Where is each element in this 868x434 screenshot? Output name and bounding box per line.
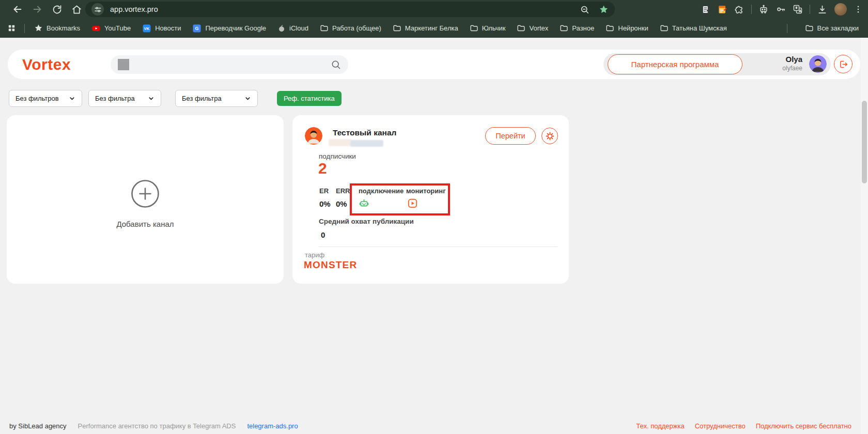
zoom-icon[interactable] <box>580 5 590 14</box>
go-to-channel-button[interactable]: Перейти <box>485 127 536 145</box>
password-manager-icon[interactable] <box>776 4 786 14</box>
footer-description: Performance агентство по трафику в Teleg… <box>78 422 236 430</box>
bookmarks-bar: Bookmarks YouTube VK Новости G Переводчи… <box>0 19 868 38</box>
footer-support-link[interactable]: Тех. поддержка <box>636 422 684 430</box>
browser-menu-icon[interactable] <box>854 5 863 14</box>
chevron-down-icon <box>69 95 75 102</box>
divider <box>319 246 557 247</box>
redacted-search-text <box>118 59 129 70</box>
browser-profile-avatar[interactable] <box>834 3 847 16</box>
bookmark-folder[interactable]: Разное <box>560 24 594 33</box>
user-avatar[interactable] <box>809 55 827 73</box>
chevron-down-icon <box>148 95 154 102</box>
bookmark-label: Переводчик Google <box>205 24 266 32</box>
bookmark-label: Маркетинг Белка <box>405 24 458 32</box>
search-input[interactable] <box>111 55 348 74</box>
bookmark-folder[interactable]: Татьяна Шумская <box>660 24 727 33</box>
folder-icon <box>560 24 568 33</box>
footer-cooperation-link[interactable]: Сотрудничество <box>695 422 746 430</box>
footer-connect-link[interactable]: Подключить сервис бесплатно <box>756 422 851 430</box>
bookmark-folder[interactable]: Юльчик <box>470 24 506 33</box>
youtube-icon <box>91 24 101 33</box>
bookmark-item[interactable]: VK Новости <box>142 24 181 33</box>
bookmark-folder[interactable]: Работа (общее) <box>320 24 381 33</box>
apple-icon <box>277 24 286 33</box>
translate-extension-icon[interactable] <box>793 4 803 14</box>
channel-title: Тестовый канал <box>333 128 396 137</box>
bookmark-label: Разное <box>572 24 594 32</box>
tasks-extension-icon[interactable] <box>718 5 727 14</box>
folder-icon <box>805 24 814 33</box>
reload-icon[interactable] <box>51 3 63 16</box>
add-channel-card[interactable]: Добавить канал <box>7 115 284 284</box>
extensions-icon[interactable] <box>734 4 745 14</box>
bookmark-item[interactable]: Bookmarks <box>34 24 80 33</box>
address-bar[interactable]: app.vortex.pro <box>85 2 615 17</box>
subscribers-label: подписчики <box>319 152 356 160</box>
filter-select-2[interactable]: Без фильтра <box>88 90 161 107</box>
bookmark-folder[interactable]: Маркетинг Белка <box>393 24 458 33</box>
ref-stats-button[interactable]: Реф. статистика <box>277 91 342 106</box>
bookmark-item[interactable]: G Переводчик Google <box>192 24 266 33</box>
page-footer: by SibLead agency Performance агентство … <box>0 418 868 434</box>
channel-avatar <box>305 127 322 145</box>
bookmark-item[interactable]: iCloud <box>277 24 308 33</box>
scrollbar-track[interactable] <box>861 38 868 434</box>
user-info: Olya olyfaee <box>751 54 802 74</box>
channel-card: Тестовый канал Перейти подписчики 2 ER E… <box>292 115 569 284</box>
tariff-label: тариф <box>305 251 324 259</box>
channel-settings-button[interactable] <box>541 128 558 144</box>
notes-extension-icon[interactable] <box>701 5 711 14</box>
bot-extension-icon[interactable] <box>758 4 769 14</box>
user-username: olyfaee <box>751 65 802 72</box>
tune-icon[interactable] <box>91 3 104 16</box>
partner-program-button[interactable]: Партнерская программа <box>608 54 742 74</box>
folder-icon <box>470 24 478 33</box>
chevron-down-icon <box>244 95 251 102</box>
gear-icon <box>545 131 555 141</box>
home-icon[interactable] <box>70 3 83 16</box>
user-name: Olya <box>751 54 802 65</box>
plus-circle-icon <box>131 179 160 208</box>
footer-link[interactable]: telegram-ads.pro <box>247 422 298 430</box>
forward-icon[interactable] <box>31 3 43 16</box>
apps-grid-icon[interactable] <box>7 24 16 33</box>
er-value: 0% <box>319 199 331 208</box>
browser-window: app.vortex.pro <box>0 0 868 434</box>
folder-icon <box>660 24 669 33</box>
translate-icon: G <box>192 24 202 33</box>
bookmark-item[interactable]: YouTube <box>91 24 131 33</box>
all-bookmarks[interactable]: Все закладки <box>805 24 859 33</box>
svg-text:G: G <box>195 26 199 31</box>
bookmark-star-icon[interactable] <box>599 5 609 14</box>
bookmark-folder[interactable]: Vortex <box>517 24 548 33</box>
add-channel-label: Добавить канал <box>7 220 284 228</box>
bookmark-label: Bookmarks <box>47 24 80 32</box>
url-text[interactable]: app.vortex.pro <box>110 5 158 13</box>
folder-icon <box>320 24 329 33</box>
bookmark-label: Новости <box>155 24 181 32</box>
redacted-channel-info <box>350 140 383 147</box>
bookmark-label: Татьяна Шумская <box>672 24 727 32</box>
browser-toolbar: app.vortex.pro <box>0 0 868 19</box>
bookmark-folder[interactable]: Нейронки <box>606 24 648 33</box>
scrollbar-thumb[interactable] <box>862 101 867 183</box>
back-icon[interactable] <box>11 3 24 16</box>
tariff-value: MONSTER <box>304 259 357 271</box>
search-icon <box>331 59 341 70</box>
all-bookmarks-label: Все закладки <box>817 24 859 32</box>
svg-text:VK: VK <box>144 26 150 31</box>
subscribers-value: 2 <box>318 160 328 177</box>
logout-button[interactable] <box>834 55 853 73</box>
bookmark-label: YouTube <box>104 24 131 32</box>
filter-select-1[interactable]: Без фильтров <box>9 90 82 107</box>
filter-select-3[interactable]: Без фильтра <box>175 90 258 107</box>
downloads-icon[interactable] <box>817 4 828 15</box>
folder-icon <box>606 24 614 33</box>
vk-icon: VK <box>142 24 151 33</box>
vortex-logo[interactable]: Vortex <box>22 56 71 73</box>
stat-header-err: ERR <box>336 187 350 195</box>
redacted-channel-info <box>329 139 351 146</box>
star-icon <box>34 24 43 33</box>
highlight-rectangle <box>350 183 450 215</box>
